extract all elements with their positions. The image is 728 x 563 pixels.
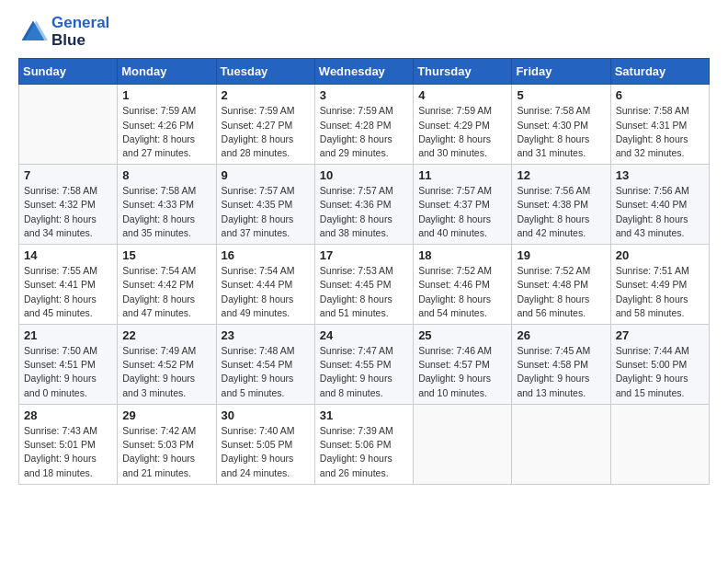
cell-info: Sunrise: 7:44 AMSunset: 5:00 PMDaylight:… [616,344,704,400]
cell-info: Sunrise: 7:58 AMSunset: 4:33 PMDaylight:… [122,184,210,240]
calendar-cell: 15Sunrise: 7:54 AMSunset: 4:42 PMDayligh… [118,245,216,325]
cell-info: Sunrise: 7:59 AMSunset: 4:29 PMDaylight:… [418,104,506,160]
calendar-page: General Blue SundayMondayTuesdayWednesda… [0,0,728,563]
calendar-cell: 10Sunrise: 7:57 AMSunset: 4:36 PMDayligh… [314,165,413,245]
day-number: 18 [418,248,506,262]
calendar-cell: 21Sunrise: 7:50 AMSunset: 4:51 PMDayligh… [19,325,118,405]
day-number: 21 [24,328,112,342]
cell-info: Sunrise: 7:58 AMSunset: 4:30 PMDaylight:… [517,104,605,160]
calendar-cell: 3Sunrise: 7:59 AMSunset: 4:28 PMDaylight… [314,85,413,165]
day-number: 29 [122,408,210,422]
cell-info: Sunrise: 7:50 AMSunset: 4:51 PMDaylight:… [24,344,112,400]
calendar-cell: 16Sunrise: 7:54 AMSunset: 4:44 PMDayligh… [216,245,314,325]
calendar-cell: 24Sunrise: 7:47 AMSunset: 4:55 PMDayligh… [314,325,413,405]
cell-info: Sunrise: 7:46 AMSunset: 4:57 PMDaylight:… [418,344,506,400]
cell-info: Sunrise: 7:45 AMSunset: 4:58 PMDaylight:… [517,344,605,400]
cell-info: Sunrise: 7:56 AMSunset: 4:40 PMDaylight:… [616,184,704,240]
cell-info: Sunrise: 7:58 AMSunset: 4:31 PMDaylight:… [616,104,704,160]
calendar-cell: 19Sunrise: 7:52 AMSunset: 4:48 PMDayligh… [512,245,610,325]
cell-info: Sunrise: 7:54 AMSunset: 4:42 PMDaylight:… [122,264,210,320]
week-row-4: 21Sunrise: 7:50 AMSunset: 4:51 PMDayligh… [19,325,710,405]
day-number: 20 [616,248,704,262]
calendar-cell: 2Sunrise: 7:59 AMSunset: 4:27 PMDaylight… [216,85,314,165]
day-number: 17 [320,248,408,262]
column-header-row: SundayMondayTuesdayWednesdayThursdayFrid… [19,59,710,85]
calendar-cell: 1Sunrise: 7:59 AMSunset: 4:26 PMDaylight… [118,85,216,165]
week-row-1: 1Sunrise: 7:59 AMSunset: 4:26 PMDaylight… [19,85,710,165]
logo-icon [18,17,48,47]
column-header-thursday: Thursday [414,59,512,85]
cell-info: Sunrise: 7:59 AMSunset: 4:28 PMDaylight:… [320,104,408,160]
week-row-5: 28Sunrise: 7:43 AMSunset: 5:01 PMDayligh… [19,404,710,484]
column-header-sunday: Sunday [19,59,118,85]
calendar-cell: 5Sunrise: 7:58 AMSunset: 4:30 PMDaylight… [512,85,610,165]
day-number: 2 [222,88,310,102]
logo-text-line1: General [51,15,109,32]
calendar-cell: 11Sunrise: 7:57 AMSunset: 4:37 PMDayligh… [414,165,512,245]
calendar-cell: 23Sunrise: 7:48 AMSunset: 4:54 PMDayligh… [216,325,314,405]
cell-info: Sunrise: 7:55 AMSunset: 4:41 PMDaylight:… [24,264,112,320]
day-number: 4 [418,88,506,102]
week-row-3: 14Sunrise: 7:55 AMSunset: 4:41 PMDayligh… [19,245,710,325]
day-number: 25 [418,328,506,342]
day-number: 3 [320,88,408,102]
day-number: 12 [517,168,605,182]
column-header-friday: Friday [512,59,610,85]
calendar-cell [512,404,610,484]
calendar-cell [19,85,118,165]
day-number: 6 [616,88,704,102]
cell-info: Sunrise: 7:40 AMSunset: 5:05 PMDaylight:… [222,424,310,480]
calendar-cell: 31Sunrise: 7:39 AMSunset: 5:06 PMDayligh… [314,404,413,484]
day-number: 16 [222,248,310,262]
day-number: 9 [222,168,310,182]
cell-info: Sunrise: 7:52 AMSunset: 4:46 PMDaylight:… [418,264,506,320]
calendar-table: SundayMondayTuesdayWednesdayThursdayFrid… [18,58,710,484]
cell-info: Sunrise: 7:56 AMSunset: 4:38 PMDaylight:… [517,184,605,240]
day-number: 10 [320,168,408,182]
calendar-cell: 12Sunrise: 7:56 AMSunset: 4:38 PMDayligh… [512,165,610,245]
calendar-cell: 26Sunrise: 7:45 AMSunset: 4:58 PMDayligh… [512,325,610,405]
cell-info: Sunrise: 7:48 AMSunset: 4:54 PMDaylight:… [222,344,310,400]
calendar-cell [414,404,512,484]
calendar-cell: 20Sunrise: 7:51 AMSunset: 4:49 PMDayligh… [610,245,709,325]
calendar-cell: 8Sunrise: 7:58 AMSunset: 4:33 PMDaylight… [118,165,216,245]
day-number: 24 [320,328,408,342]
column-header-wednesday: Wednesday [314,59,413,85]
calendar-cell: 7Sunrise: 7:58 AMSunset: 4:32 PMDaylight… [19,165,118,245]
calendar-cell: 25Sunrise: 7:46 AMSunset: 4:57 PMDayligh… [414,325,512,405]
calendar-cell: 28Sunrise: 7:43 AMSunset: 5:01 PMDayligh… [19,404,118,484]
cell-info: Sunrise: 7:59 AMSunset: 4:27 PMDaylight:… [222,104,310,160]
calendar-cell: 4Sunrise: 7:59 AMSunset: 4:29 PMDaylight… [414,85,512,165]
calendar-cell: 14Sunrise: 7:55 AMSunset: 4:41 PMDayligh… [19,245,118,325]
cell-info: Sunrise: 7:42 AMSunset: 5:03 PMDaylight:… [122,424,210,480]
cell-info: Sunrise: 7:49 AMSunset: 4:52 PMDaylight:… [122,344,210,400]
logo-text-line2: Blue [51,32,109,50]
calendar-cell [610,404,709,484]
day-number: 1 [122,88,210,102]
cell-info: Sunrise: 7:52 AMSunset: 4:48 PMDaylight:… [517,264,605,320]
cell-info: Sunrise: 7:39 AMSunset: 5:06 PMDaylight:… [320,424,408,480]
header: General Blue [18,15,710,49]
calendar-cell: 18Sunrise: 7:52 AMSunset: 4:46 PMDayligh… [414,245,512,325]
cell-info: Sunrise: 7:53 AMSunset: 4:45 PMDaylight:… [320,264,408,320]
cell-info: Sunrise: 7:47 AMSunset: 4:55 PMDaylight:… [320,344,408,400]
cell-info: Sunrise: 7:51 AMSunset: 4:49 PMDaylight:… [616,264,704,320]
day-number: 8 [122,168,210,182]
cell-info: Sunrise: 7:59 AMSunset: 4:26 PMDaylight:… [122,104,210,160]
logo: General Blue [18,15,109,49]
day-number: 11 [418,168,506,182]
cell-info: Sunrise: 7:57 AMSunset: 4:36 PMDaylight:… [320,184,408,240]
calendar-cell: 9Sunrise: 7:57 AMSunset: 4:35 PMDaylight… [216,165,314,245]
calendar-cell: 22Sunrise: 7:49 AMSunset: 4:52 PMDayligh… [118,325,216,405]
cell-info: Sunrise: 7:57 AMSunset: 4:37 PMDaylight:… [418,184,506,240]
calendar-cell: 30Sunrise: 7:40 AMSunset: 5:05 PMDayligh… [216,404,314,484]
day-number: 13 [616,168,704,182]
day-number: 27 [616,328,704,342]
week-row-2: 7Sunrise: 7:58 AMSunset: 4:32 PMDaylight… [19,165,710,245]
calendar-cell: 27Sunrise: 7:44 AMSunset: 5:00 PMDayligh… [610,325,709,405]
cell-info: Sunrise: 7:58 AMSunset: 4:32 PMDaylight:… [24,184,112,240]
day-number: 5 [517,88,605,102]
day-number: 30 [222,408,310,422]
day-number: 7 [24,168,112,182]
cell-info: Sunrise: 7:43 AMSunset: 5:01 PMDaylight:… [24,424,112,480]
